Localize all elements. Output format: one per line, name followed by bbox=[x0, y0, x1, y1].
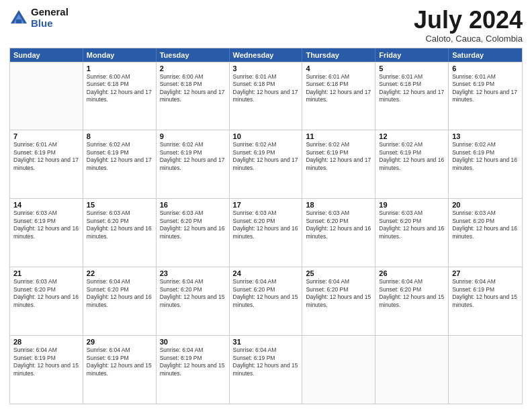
location: Caloto, Cauca, Colombia bbox=[414, 34, 523, 44]
day-info: Sunrise: 6:03 AMSunset: 6:20 PMDaylight:… bbox=[233, 210, 299, 240]
calendar-row: 21Sunrise: 6:03 AMSunset: 6:20 PMDayligh… bbox=[10, 267, 522, 335]
day-number: 6 bbox=[452, 64, 519, 73]
calendar-day-cell: 13Sunrise: 6:02 AMSunset: 6:19 PMDayligh… bbox=[449, 130, 522, 198]
day-number: 24 bbox=[233, 269, 299, 277]
day-info: Sunrise: 6:03 AMSunset: 6:20 PMDaylight:… bbox=[306, 210, 371, 240]
calendar-day-cell: 3Sunrise: 6:01 AMSunset: 6:18 PMDaylight… bbox=[230, 62, 303, 130]
day-number: 9 bbox=[160, 132, 226, 140]
calendar-day-cell: 5Sunrise: 6:01 AMSunset: 6:18 PMDaylight… bbox=[375, 62, 449, 130]
day-number: 16 bbox=[160, 201, 226, 209]
calendar-header-row: SundayMondayTuesdayWednesdayThursdayFrid… bbox=[10, 48, 522, 62]
logo-blue-text: Blue bbox=[31, 18, 69, 30]
day-number: 5 bbox=[379, 64, 445, 73]
calendar-day-cell: 29Sunrise: 6:04 AMSunset: 6:19 PMDayligh… bbox=[83, 336, 157, 404]
calendar-day-cell: 22Sunrise: 6:04 AMSunset: 6:20 PMDayligh… bbox=[83, 267, 157, 335]
day-number: 14 bbox=[13, 201, 79, 209]
calendar: SundayMondayTuesdayWednesdayThursdayFrid… bbox=[9, 48, 523, 404]
day-info: Sunrise: 6:04 AMSunset: 6:20 PMDaylight:… bbox=[379, 278, 445, 309]
day-info: Sunrise: 6:04 AMSunset: 6:20 PMDaylight:… bbox=[87, 278, 152, 309]
month-title: July 2024 bbox=[414, 7, 523, 34]
calendar-empty-cell bbox=[10, 62, 83, 130]
day-number: 19 bbox=[379, 201, 445, 209]
calendar-day-cell: 4Sunrise: 6:01 AMSunset: 6:18 PMDaylight… bbox=[302, 62, 375, 130]
calendar-day-cell: 20Sunrise: 6:03 AMSunset: 6:20 PMDayligh… bbox=[449, 199, 522, 267]
day-number: 10 bbox=[233, 132, 299, 140]
calendar-header-cell: Friday bbox=[375, 48, 449, 62]
day-info: Sunrise: 6:01 AMSunset: 6:19 PMDaylight:… bbox=[452, 73, 519, 104]
calendar-empty-cell bbox=[375, 336, 449, 404]
day-info: Sunrise: 6:02 AMSunset: 6:19 PMDaylight:… bbox=[306, 141, 371, 172]
day-number: 17 bbox=[233, 201, 299, 209]
calendar-body: 1Sunrise: 6:00 AMSunset: 6:18 PMDaylight… bbox=[10, 62, 522, 404]
calendar-day-cell: 15Sunrise: 6:03 AMSunset: 6:20 PMDayligh… bbox=[83, 199, 157, 267]
calendar-header-cell: Thursday bbox=[302, 48, 375, 62]
day-number: 31 bbox=[233, 338, 299, 346]
logo-general-text: General bbox=[31, 7, 69, 18]
calendar-day-cell: 31Sunrise: 6:04 AMSunset: 6:19 PMDayligh… bbox=[230, 336, 303, 404]
day-info: Sunrise: 6:02 AMSunset: 6:19 PMDaylight:… bbox=[87, 141, 152, 172]
day-info: Sunrise: 6:02 AMSunset: 6:19 PMDaylight:… bbox=[452, 141, 519, 172]
day-info: Sunrise: 6:00 AMSunset: 6:18 PMDaylight:… bbox=[87, 73, 152, 104]
day-info: Sunrise: 6:03 AMSunset: 6:20 PMDaylight:… bbox=[160, 210, 226, 240]
day-number: 22 bbox=[87, 269, 152, 277]
day-info: Sunrise: 6:01 AMSunset: 6:18 PMDaylight:… bbox=[379, 73, 445, 104]
day-number: 11 bbox=[306, 132, 371, 140]
day-info: Sunrise: 6:04 AMSunset: 6:19 PMDaylight:… bbox=[13, 347, 79, 377]
day-number: 2 bbox=[160, 64, 226, 73]
calendar-day-cell: 17Sunrise: 6:03 AMSunset: 6:20 PMDayligh… bbox=[230, 199, 303, 267]
calendar-day-cell: 19Sunrise: 6:03 AMSunset: 6:20 PMDayligh… bbox=[375, 199, 449, 267]
calendar-day-cell: 9Sunrise: 6:02 AMSunset: 6:19 PMDaylight… bbox=[157, 130, 230, 198]
day-number: 1 bbox=[87, 64, 152, 73]
calendar-day-cell: 28Sunrise: 6:04 AMSunset: 6:19 PMDayligh… bbox=[10, 336, 83, 404]
calendar-header-cell: Wednesday bbox=[230, 48, 303, 62]
header: General Blue July 2024 Caloto, Cauca, Co… bbox=[9, 7, 523, 44]
calendar-empty-cell bbox=[449, 336, 522, 404]
day-info: Sunrise: 6:01 AMSunset: 6:18 PMDaylight:… bbox=[233, 73, 299, 104]
calendar-day-cell: 23Sunrise: 6:04 AMSunset: 6:20 PMDayligh… bbox=[157, 267, 230, 335]
day-number: 4 bbox=[306, 64, 371, 73]
calendar-day-cell: 6Sunrise: 6:01 AMSunset: 6:19 PMDaylight… bbox=[449, 62, 522, 130]
logo: General Blue bbox=[9, 7, 69, 29]
calendar-day-cell: 11Sunrise: 6:02 AMSunset: 6:19 PMDayligh… bbox=[302, 130, 375, 198]
calendar-day-cell: 21Sunrise: 6:03 AMSunset: 6:20 PMDayligh… bbox=[10, 267, 83, 335]
day-info: Sunrise: 6:03 AMSunset: 6:20 PMDaylight:… bbox=[379, 210, 445, 240]
day-number: 26 bbox=[379, 269, 445, 277]
calendar-day-cell: 26Sunrise: 6:04 AMSunset: 6:20 PMDayligh… bbox=[375, 267, 449, 335]
calendar-day-cell: 7Sunrise: 6:01 AMSunset: 6:19 PMDaylight… bbox=[10, 130, 83, 198]
day-number: 28 bbox=[13, 338, 79, 346]
day-number: 12 bbox=[379, 132, 445, 140]
day-info: Sunrise: 6:04 AMSunset: 6:20 PMDaylight:… bbox=[233, 278, 299, 309]
day-number: 8 bbox=[87, 132, 152, 140]
day-info: Sunrise: 6:03 AMSunset: 6:19 PMDaylight:… bbox=[13, 210, 79, 240]
svg-rect-2 bbox=[16, 19, 21, 24]
calendar-day-cell: 14Sunrise: 6:03 AMSunset: 6:19 PMDayligh… bbox=[10, 199, 83, 267]
day-number: 29 bbox=[87, 338, 152, 346]
calendar-header-cell: Tuesday bbox=[157, 48, 230, 62]
logo-text: General Blue bbox=[31, 7, 69, 29]
logo-icon bbox=[9, 9, 28, 28]
calendar-day-cell: 1Sunrise: 6:00 AMSunset: 6:18 PMDaylight… bbox=[83, 62, 157, 130]
calendar-row: 28Sunrise: 6:04 AMSunset: 6:19 PMDayligh… bbox=[10, 335, 522, 404]
day-info: Sunrise: 6:04 AMSunset: 6:19 PMDaylight:… bbox=[452, 278, 519, 309]
day-number: 3 bbox=[233, 64, 299, 73]
day-info: Sunrise: 6:04 AMSunset: 6:20 PMDaylight:… bbox=[160, 278, 226, 309]
day-info: Sunrise: 6:03 AMSunset: 6:20 PMDaylight:… bbox=[452, 210, 519, 240]
calendar-day-cell: 12Sunrise: 6:02 AMSunset: 6:19 PMDayligh… bbox=[375, 130, 449, 198]
calendar-header-cell: Monday bbox=[83, 48, 157, 62]
calendar-row: 14Sunrise: 6:03 AMSunset: 6:19 PMDayligh… bbox=[10, 198, 522, 267]
title-block: July 2024 Caloto, Cauca, Colombia bbox=[414, 7, 523, 44]
day-info: Sunrise: 6:02 AMSunset: 6:19 PMDaylight:… bbox=[379, 141, 445, 172]
day-info: Sunrise: 6:01 AMSunset: 6:19 PMDaylight:… bbox=[13, 141, 79, 172]
day-info: Sunrise: 6:02 AMSunset: 6:19 PMDaylight:… bbox=[233, 141, 299, 172]
day-number: 7 bbox=[13, 132, 79, 140]
calendar-row: 1Sunrise: 6:00 AMSunset: 6:18 PMDaylight… bbox=[10, 62, 522, 130]
day-info: Sunrise: 6:04 AMSunset: 6:20 PMDaylight:… bbox=[306, 278, 371, 309]
calendar-day-cell: 2Sunrise: 6:00 AMSunset: 6:18 PMDaylight… bbox=[157, 62, 230, 130]
day-info: Sunrise: 6:04 AMSunset: 6:19 PMDaylight:… bbox=[87, 347, 152, 377]
page: General Blue July 2024 Caloto, Cauca, Co… bbox=[0, 0, 532, 411]
day-number: 15 bbox=[87, 201, 152, 209]
day-number: 20 bbox=[452, 201, 519, 209]
calendar-day-cell: 10Sunrise: 6:02 AMSunset: 6:19 PMDayligh… bbox=[230, 130, 303, 198]
calendar-day-cell: 25Sunrise: 6:04 AMSunset: 6:20 PMDayligh… bbox=[302, 267, 375, 335]
calendar-header-cell: Sunday bbox=[10, 48, 83, 62]
